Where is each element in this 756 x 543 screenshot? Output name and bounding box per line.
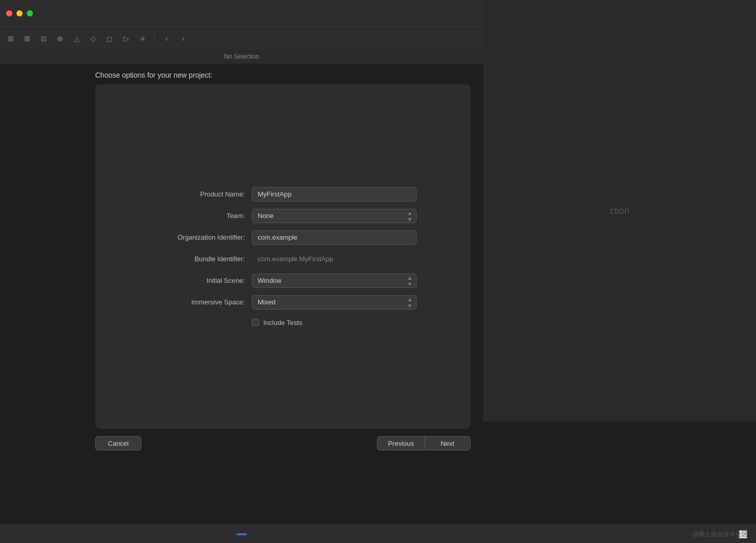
product-name-row: Product Name: <box>149 187 417 202</box>
toolbar-separator <box>154 33 155 44</box>
bottom-bar <box>0 524 483 543</box>
forward-icon[interactable]: › <box>178 34 188 43</box>
cancel-button[interactable]: Cancel <box>95 436 141 450</box>
no-selection-bar: No Selection <box>0 49 483 64</box>
team-label: Team: <box>149 212 252 220</box>
minimize-button[interactable] <box>16 10 23 16</box>
team-select[interactable]: None Add an Account... <box>252 209 417 223</box>
immersive-space-label: Immersive Space: <box>149 298 252 306</box>
bottom-pill <box>237 533 247 535</box>
team-row: Team: None Add an Account... ▲▼ <box>149 209 417 223</box>
bookmark-icon[interactable]: ⊟ <box>39 34 48 43</box>
dialog-heading: Choose options for your new project: <box>0 64 566 84</box>
search-icon[interactable]: ⊕ <box>56 34 65 43</box>
back-icon[interactable]: ‹ <box>162 34 171 43</box>
product-name-control <box>252 187 417 202</box>
org-identifier-label: Organization Identifier: <box>149 233 252 241</box>
bundle-identifier-input <box>252 252 417 266</box>
tag-icon[interactable]: ◻ <box>105 34 114 43</box>
dialog-overlay: Choose options for your new project: Pro… <box>0 64 566 429</box>
product-name-label: Product Name: <box>149 190 252 198</box>
arrow-right-icon[interactable]: ▷ <box>121 34 131 43</box>
next-button[interactable]: Next <box>424 436 471 450</box>
dialog-buttons: Cancel Previous Next <box>0 426 566 450</box>
titlebar <box>0 0 483 27</box>
immersive-space-control: Mixed Full Progressive ▲▼ <box>252 295 417 310</box>
include-tests-checkbox[interactable] <box>252 319 259 326</box>
include-tests-label: Include Tests <box>263 319 302 327</box>
product-name-input[interactable] <box>252 187 417 202</box>
initial-scene-select[interactable]: Window Immersive Space <box>252 274 417 288</box>
bundle-identifier-control <box>252 252 417 266</box>
bundle-identifier-label: Bundle Identifier: <box>149 255 252 263</box>
dialog-panel: Product Name: Team: None Add an Account.… <box>95 84 471 429</box>
list-icon[interactable]: ≡ <box>138 34 147 43</box>
maximize-button[interactable] <box>27 10 33 16</box>
immersive-space-row: Immersive Space: Mixed Full Progressive … <box>149 295 417 310</box>
close-button[interactable] <box>6 10 12 16</box>
include-tests-row: Include Tests <box>149 319 417 327</box>
team-control: None Add an Account... ▲▼ <box>252 209 417 223</box>
previous-button[interactable]: Previous <box>377 436 424 450</box>
bundle-identifier-row: Bundle Identifier: <box>149 252 417 266</box>
sidebar-toggle-icon[interactable]: ⊞ <box>6 34 15 43</box>
initial-scene-control: Window Immersive Space ▲▼ <box>252 274 417 288</box>
initial-scene-label: Initial Scene: <box>149 277 252 284</box>
diamond-icon[interactable]: ◇ <box>88 34 98 43</box>
org-identifier-row: Organization Identifier: <box>149 230 417 245</box>
watermark: @稀土掘金技术社区 <box>692 530 748 539</box>
org-identifier-control <box>252 230 417 245</box>
navigation-buttons: Previous Next <box>377 436 471 450</box>
main-toolbar: ⊞ ⊠ ⊟ ⊕ △ ◇ ◻ ▷ ≡ ‹ › <box>0 27 483 49</box>
org-identifier-input[interactable] <box>252 230 417 245</box>
no-selection-label: No Selection <box>224 53 259 60</box>
warning-icon[interactable]: △ <box>72 34 81 43</box>
right-panel-partial-text: ction <box>610 206 629 216</box>
immersive-space-select[interactable]: Mixed Full Progressive <box>252 295 417 310</box>
breakpoint-icon[interactable]: ⊠ <box>23 34 32 43</box>
form-table: Product Name: Team: None Add an Account.… <box>149 187 417 327</box>
initial-scene-row: Initial Scene: Window Immersive Space ▲▼ <box>149 274 417 288</box>
